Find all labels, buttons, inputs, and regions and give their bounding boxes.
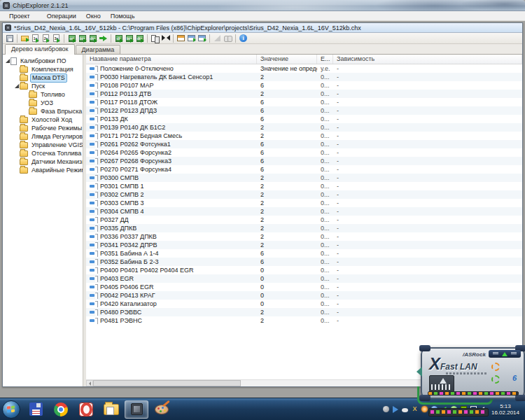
tray-app-4-icon[interactable]: X [412, 406, 418, 412]
write-dts-button[interactable]: dts [134, 34, 145, 43]
taskbar-app-floppy[interactable] [24, 400, 48, 419]
tree-item-4[interactable]: Пуск [3, 82, 83, 90]
column-header-3[interactable]: Е... [317, 55, 333, 64]
table-row[interactable]: P0267 P0268 Форсунка360...- [86, 157, 522, 165]
tree-item-6[interactable]: УОЗ [3, 99, 83, 107]
table-row[interactable]: P0264 P0265 Форсунка260...- [86, 148, 522, 157]
read-dtg-button[interactable]: dtg [88, 34, 98, 43]
tree-item-13[interactable]: Датчики Механизмы [3, 158, 83, 166]
table-row[interactable]: P0400 P0401 P0402 P0404 EGR00...- [86, 266, 522, 274]
taskbar-app-paint[interactable] [150, 400, 174, 419]
expanded-arrow-icon[interactable] [13, 84, 20, 88]
tree-item-7[interactable]: Фаза Впрыска [3, 107, 83, 115]
table-row[interactable]: P0112 P0113 ДТВ20...- [86, 90, 522, 98]
open-project-button[interactable] [20, 34, 30, 43]
table-row[interactable]: P0270 P0271 Форсунка460...- [86, 165, 522, 174]
compare-button[interactable] [150, 34, 160, 43]
tab-2[interactable]: Диаграмма [76, 45, 121, 54]
table-row[interactable]: P0171 P0172 Бедная Смесь20...- [86, 132, 522, 140]
expanded-arrow-icon[interactable] [4, 59, 10, 63]
column-header-2[interactable]: Значение [257, 55, 317, 64]
table-row[interactable]: P0302 СМПВ 220...- [86, 190, 522, 199]
start-button[interactable] [2, 400, 20, 419]
menu-item-4[interactable]: Помощь [106, 13, 140, 20]
table-row[interactable]: Положение 0-ОтключеноЗначение не определ… [86, 64, 522, 73]
tree-item-12[interactable]: Отсечка Топлива [3, 149, 83, 158]
tray-app-2-icon[interactable] [393, 406, 398, 413]
merge-button[interactable] [160, 34, 171, 43]
scrollbar-thumb[interactable] [93, 380, 241, 386]
table-row[interactable]: P0420 Катализатор00...- [86, 300, 522, 308]
table-row[interactable]: P0351 Бабина А 1-460...- [86, 249, 522, 258]
table-row[interactable]: P0327 ДД20...- [86, 216, 522, 224]
column-header-4[interactable]: Зависимость [333, 55, 522, 64]
tray-app-1-icon[interactable] [383, 406, 389, 412]
tree-item-2[interactable]: Комплектация [3, 65, 83, 74]
read-bin-button[interactable]: bin [77, 34, 88, 43]
tree-item-9[interactable]: Рабочие Режимы [3, 124, 83, 132]
run-export-button[interactable] [98, 34, 108, 43]
xfast-mini-toolbar[interactable] [489, 350, 521, 358]
load-2a-button[interactable]: 2a [41, 34, 51, 43]
tree-item-1[interactable]: Калибровки ПО [3, 57, 83, 65]
tree-item-5[interactable]: Топливо [3, 90, 83, 99]
table-row[interactable]: P0108 P0107 MAP60...- [86, 81, 522, 90]
scroll-left-arrow-icon[interactable] [86, 380, 93, 386]
taskbar-app-opera[interactable] [74, 400, 98, 419]
table-row[interactable]: P0139 P0140 ДК Б1С220...- [86, 123, 522, 132]
table-row[interactable]: P0303 СМПВ 320...- [86, 199, 522, 207]
xfast-lan-widget[interactable]: /ASRock XFast LAN 6 [421, 347, 525, 399]
chart-button[interactable] [212, 34, 223, 43]
table-row[interactable]: P0481 РЭВНС20...- [86, 316, 522, 325]
window-titlebar[interactable]: ChipExplorer 2.1.21 [0, 0, 525, 11]
load-1a-button[interactable]: 1a [30, 34, 41, 43]
search-button[interactable] [223, 34, 233, 43]
about-button[interactable]: i [238, 34, 248, 43]
tree-item-11[interactable]: Управление VGIS [3, 141, 83, 149]
table-row[interactable]: P0336 P0337 ДПКВ20...- [86, 232, 522, 241]
table-row[interactable]: P0352 Бабина Б 2-360...- [86, 258, 522, 266]
taskbar-app-chrome[interactable] [49, 400, 73, 419]
table-row[interactable]: P0117 P0118 ДТОЖ60...- [86, 98, 522, 106]
write-bin-button[interactable]: bin [124, 34, 134, 43]
menu-item-2[interactable]: Операции [42, 13, 81, 20]
table-row[interactable]: P0133 ДК60...- [86, 115, 522, 123]
menu-lines-icon[interactable] [511, 352, 517, 356]
tray-app-5-icon[interactable] [421, 406, 428, 412]
tree-item-10[interactable]: Лямда Регулирование [3, 132, 83, 141]
table-row[interactable]: P0335 ДПКВ20...- [86, 224, 522, 232]
table-row[interactable]: P0341 P0342 ДПРВ20...- [86, 241, 522, 249]
window-tile-1-button[interactable] [186, 34, 197, 43]
window-cascade-button[interactable] [176, 34, 186, 43]
table-row[interactable]: P0300 СМПВ20...- [86, 174, 522, 182]
window-tile-2-button[interactable] [197, 34, 207, 43]
table-row[interactable]: P0304 СМПВ 420...- [86, 207, 522, 216]
table-row[interactable]: P0405 P0406 EGR00...- [86, 283, 522, 291]
menu-item-3[interactable]: Окно [81, 13, 106, 20]
table-row[interactable]: P0122 P0123 ДПДЗ60...- [86, 106, 522, 115]
table-row[interactable]: P0301 СМПВ 120...- [86, 182, 522, 190]
column-header-1[interactable]: Название параметра [86, 55, 257, 64]
tree-item-3[interactable]: Маска DTS [3, 74, 83, 82]
tray-app-3-icon[interactable] [402, 408, 408, 412]
table-row[interactable]: P0042 P0413 КРАГ00...- [86, 291, 522, 300]
taskbar-app-chipexplorer[interactable] [125, 400, 148, 419]
table-row[interactable]: P0261 P0262 Фотсунка160...- [86, 140, 522, 148]
table-row[interactable]: P0480 РЭВВС20...- [86, 308, 522, 316]
menu-lines-icon[interactable] [493, 352, 498, 356]
tree-item-14[interactable]: Аварийные Режимы [3, 166, 83, 174]
table-row[interactable]: P0403 EGR00...- [86, 274, 522, 283]
taskbar-app-folder[interactable] [99, 400, 123, 419]
collapse-arrow-icon[interactable] [416, 367, 422, 377]
project-window-titlebar[interactable]: *Srius_D42_Nexia_1.6L_16V_512kb - C:\Pro… [3, 23, 522, 33]
save-button[interactable] [4, 34, 15, 43]
menu-item-1[interactable]: Проект [4, 13, 35, 20]
taskbar-clock[interactable]: 5:13 16.02.2014 [491, 403, 519, 416]
read-ori-button[interactable]: ori [66, 34, 77, 43]
tree-item-8[interactable]: Холостой Ход [3, 115, 83, 124]
load-3a-button[interactable]: 3a [51, 34, 62, 43]
upload-triangle-icon[interactable] [502, 352, 507, 356]
write-cb-button[interactable]: cb [113, 34, 124, 43]
tab-1[interactable]: Дерево калибровок [5, 44, 75, 55]
table-row[interactable]: P0030 Нагреватель ДК Банк1 Сенсор120...- [86, 73, 522, 81]
